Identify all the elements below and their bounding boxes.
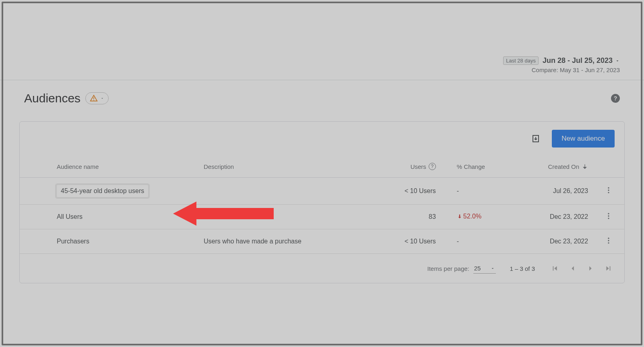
audience-users-cell: < 10 Users xyxy=(369,178,441,205)
table-row[interactable]: 45-54-year old desktop users< 10 Users-J… xyxy=(20,178,624,205)
svg-point-2 xyxy=(608,187,609,189)
svg-point-5 xyxy=(608,213,609,214)
row-overflow-menu-button[interactable] xyxy=(605,186,613,194)
col-header-change[interactable]: % Change xyxy=(441,156,504,178)
svg-point-9 xyxy=(608,240,609,241)
new-audience-button[interactable]: New audience xyxy=(552,130,615,148)
caret-down-icon xyxy=(100,96,104,100)
pagination-next-button[interactable] xyxy=(584,262,597,275)
svg-point-3 xyxy=(608,189,609,191)
audiences-table: Audience name Description Users ? % Chan… xyxy=(20,156,624,254)
audience-change-cell: - xyxy=(441,229,504,254)
audience-description-cell xyxy=(199,178,369,205)
row-menu-cell xyxy=(593,205,624,229)
download-button[interactable] xyxy=(529,132,542,145)
more-vert-icon xyxy=(605,186,613,194)
audiences-card: New audience Audience name Description U… xyxy=(19,121,625,283)
chevron-left-icon xyxy=(568,264,577,273)
audience-name-cell[interactable]: Purchasers xyxy=(20,229,199,254)
svg-point-1 xyxy=(93,100,94,100)
audience-created-cell: Jul 26, 2023 xyxy=(504,178,593,205)
svg-point-8 xyxy=(608,238,609,239)
row-menu-cell xyxy=(593,178,624,205)
audience-description-cell: All users xyxy=(199,205,369,229)
svg-point-6 xyxy=(608,215,609,216)
date-range-bar: Last 28 days Jun 28 - Jul 25, 2023 Compa… xyxy=(0,56,644,80)
audience-users-cell: 83 xyxy=(369,205,441,229)
pagination-last-button[interactable] xyxy=(602,262,615,275)
chevron-right-icon xyxy=(586,264,595,273)
pagination-range-text: 1 – 3 of 3 xyxy=(510,265,535,272)
negative-change-badge: 52.0% xyxy=(457,213,481,220)
warning-triangle-icon xyxy=(90,94,98,102)
svg-point-4 xyxy=(608,192,609,193)
date-range-picker[interactable]: Jun 28 - Jul 25, 2023 xyxy=(543,56,620,65)
col-header-created-label: Created On xyxy=(548,163,580,170)
row-overflow-menu-button[interactable] xyxy=(605,237,613,245)
page-first-icon xyxy=(551,264,559,273)
table-row[interactable]: PurchasersUsers who have made a purchase… xyxy=(20,229,624,254)
items-per-page-value: 25 xyxy=(474,265,481,272)
page-last-icon xyxy=(604,264,613,273)
col-header-users[interactable]: Users ? xyxy=(369,156,441,178)
caret-down-icon xyxy=(615,58,620,63)
more-vert-icon xyxy=(605,237,613,245)
col-header-users-label: Users xyxy=(411,163,426,170)
pagination-bar: Items per page: 25 1 – 3 of 3 xyxy=(20,254,624,283)
help-icon[interactable]: ? xyxy=(611,94,620,103)
items-per-page-select[interactable]: 25 xyxy=(473,263,496,274)
more-vert-icon xyxy=(605,212,613,220)
audience-created-cell: Dec 23, 2022 xyxy=(504,205,593,229)
audience-users-cell: < 10 Users xyxy=(369,229,441,254)
date-range-text: Jun 28 - Jul 25, 2023 xyxy=(543,56,613,65)
pagination-prev-button[interactable] xyxy=(566,262,579,275)
svg-point-7 xyxy=(608,218,609,219)
date-range-preset-badge: Last 28 days xyxy=(503,56,539,65)
help-icon[interactable]: ? xyxy=(429,163,436,170)
audience-name-cell[interactable]: All Users xyxy=(20,205,199,229)
highlighted-audience-name: 45-54-year old desktop users xyxy=(57,185,148,197)
col-header-description[interactable]: Description xyxy=(199,156,369,178)
table-header-row: Audience name Description Users ? % Chan… xyxy=(20,156,624,178)
col-header-name[interactable]: Audience name xyxy=(20,156,199,178)
row-overflow-menu-button[interactable] xyxy=(605,212,613,220)
row-menu-cell xyxy=(593,229,624,254)
audience-created-cell: Dec 23, 2022 xyxy=(504,229,593,254)
warning-pill[interactable] xyxy=(85,92,109,104)
download-icon xyxy=(531,134,541,143)
pagination-first-button[interactable] xyxy=(549,262,561,275)
col-header-created[interactable]: Created On xyxy=(504,156,593,178)
sort-descending-icon xyxy=(582,163,588,170)
table-row[interactable]: All UsersAll users8352.0%Dec 23, 2022 xyxy=(20,205,624,229)
audience-change-cell: 52.0% xyxy=(441,205,504,229)
audience-change-cell: - xyxy=(441,178,504,205)
col-header-menu xyxy=(593,156,624,178)
items-per-page-label: Items per page: xyxy=(427,265,469,272)
date-compare-text: Compare: May 31 - Jun 27, 2023 xyxy=(532,66,620,73)
page-title: Audiences xyxy=(24,91,80,105)
svg-point-10 xyxy=(608,242,609,243)
arrow-down-icon xyxy=(457,214,462,219)
audience-name-cell[interactable]: 45-54-year old desktop users xyxy=(20,178,199,205)
audience-description-cell: Users who have made a purchase xyxy=(199,229,369,254)
caret-down-icon xyxy=(490,266,495,271)
